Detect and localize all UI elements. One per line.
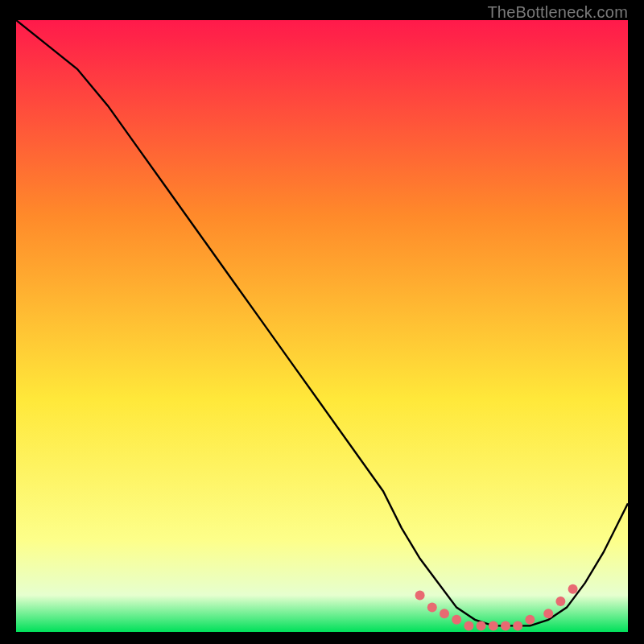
highlight-dot xyxy=(427,603,437,613)
highlight-dot xyxy=(568,584,578,594)
highlight-dot xyxy=(440,609,449,618)
attribution-label: TheBottleneck.com xyxy=(487,3,628,22)
highlight-dot xyxy=(555,597,565,606)
highlight-dot xyxy=(415,590,425,600)
chart-stage: TheBottleneck.com xyxy=(0,0,644,644)
highlight-dot xyxy=(501,621,510,630)
bottleneck-chart xyxy=(16,20,628,632)
highlight-dot xyxy=(543,609,553,618)
highlight-dot xyxy=(452,615,461,625)
highlight-dot xyxy=(489,621,498,630)
highlight-dot xyxy=(464,621,473,630)
highlight-dot xyxy=(513,621,522,630)
gradient-background xyxy=(16,20,628,632)
highlight-dot xyxy=(477,621,486,630)
highlight-dot xyxy=(525,615,535,625)
